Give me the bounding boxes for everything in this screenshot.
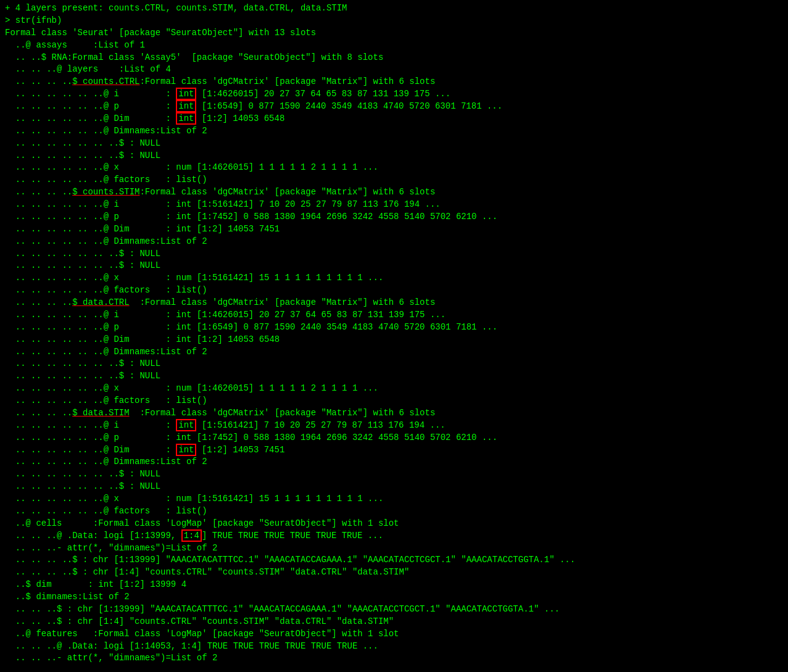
line-2: > str(ifnb) <box>5 15 783 27</box>
line-39: .. .. .. .. .. .. ..$ : NULL <box>5 468 783 481</box>
data-stim-label: $ data.STIM <box>72 408 129 418</box>
line-29: .. .. .. .. .. ..@ Dimnames:List of 2 <box>5 346 783 359</box>
line-8: .. .. .. .. .. ..@ i : int [1:4626015] 2… <box>5 88 783 101</box>
line-49: ..$ dimnames:List of 2 <box>5 591 783 604</box>
data-ctrl-label: $ data.CTRL <box>72 297 129 307</box>
line-6: .. .. ..@ layers :List of 4 <box>5 64 783 76</box>
line-9: .. .. .. .. .. ..@ p : int [1:6549] 0 87… <box>5 101 783 113</box>
line-12: .. .. .. .. .. .. ..$ : NULL <box>5 138 783 150</box>
line-30: .. .. .. .. .. .. ..$ : NULL <box>5 358 783 370</box>
line-36: .. .. .. .. .. ..@ p : int [1:7452] 0 58… <box>5 432 783 444</box>
box-1-4: 1:4 <box>181 529 202 542</box>
line-13: .. .. .. .. .. .. ..$ : NULL <box>5 150 783 162</box>
line-47: .. .. .. ..$ : chr [1:4] "counts.CTRL" "… <box>5 566 783 579</box>
line-46: .. .. .. ..$ : chr [1:13999] "AAACATACAT… <box>5 554 783 566</box>
line-3: Formal class 'Seurat' [package "SeuratOb… <box>5 27 783 39</box>
line-31: .. .. .. .. .. .. ..$ : NULL <box>5 370 783 383</box>
line-1: + 4 layers present: counts.CTRL, counts.… <box>5 2 783 15</box>
int-highlight-2: int <box>176 100 196 112</box>
int-highlight-5: int <box>176 444 196 456</box>
counts-stim-label: $ counts.STIM <box>72 187 139 197</box>
line-32: .. .. .. .. .. ..@ x : num [1:4626015] 1… <box>5 383 783 395</box>
line-20: .. .. .. .. .. ..@ Dimnames:List of 2 <box>5 236 783 248</box>
line-27: .. .. .. .. .. ..@ p : int [1:6549] 0 87… <box>5 321 783 334</box>
line-16: .. .. .. ..$ counts.STIM:Formal class 'd… <box>5 186 783 199</box>
line-54: .. .. ..- attr(*, "dimnames")=List of 2 <box>5 652 783 665</box>
line-51: .. .. ..$ : chr [1:4] "counts.CTRL" "cou… <box>5 616 783 628</box>
int-highlight-1: int <box>176 88 196 100</box>
line-53: .. .. ..@ .Data: logi [1:14053, 1:4] TRU… <box>5 641 783 653</box>
line-34: .. .. .. ..$ data.STIM :Formal class 'dg… <box>5 407 783 420</box>
int-highlight-4: int <box>176 419 196 431</box>
line-40: .. .. .. .. .. .. ..$ : NULL <box>5 481 783 493</box>
line-35: .. .. .. .. .. ..@ i : int [1:5161421] 7… <box>5 420 783 432</box>
line-23: .. .. .. .. .. ..@ x : num [1:5161421] 1… <box>5 272 783 284</box>
line-22: .. .. .. .. .. .. ..$ : NULL <box>5 260 783 272</box>
int-highlight-3: int <box>176 112 196 125</box>
line-21: .. .. .. .. .. .. ..$ : NULL <box>5 248 783 260</box>
line-11: .. .. .. .. .. ..@ Dimnames:List of 2 <box>5 125 783 138</box>
line-45: .. .. ..- attr(*, "dimnames")=List of 2 <box>5 542 783 555</box>
line-43: ..@ cells :Formal class 'LogMap' [packag… <box>5 518 783 530</box>
line-26: .. .. .. .. .. ..@ i : int [1:4626015] 2… <box>5 309 783 321</box>
line-44: .. .. ..@ .Data: logi [1:13999, 1:4] TRU… <box>5 530 783 542</box>
line-7: .. .. .. ..$ counts.CTRL:Formal class 'd… <box>5 76 783 88</box>
line-5: .. ..$ RNA:Formal class 'Assay5' [packag… <box>5 52 783 64</box>
line-24: .. .. .. .. .. ..@ factors : list() <box>5 284 783 297</box>
line-38: .. .. .. .. .. ..@ Dimnames:List of 2 <box>5 456 783 468</box>
line-19: .. .. .. .. .. ..@ Dim : int [1:2] 14053… <box>5 223 783 236</box>
line-15: .. .. .. .. .. ..@ factors : list() <box>5 174 783 186</box>
line-48: ..$ dim : int [1:2] 13999 4 <box>5 579 783 591</box>
line-33: .. .. .. .. .. ..@ factors : list() <box>5 395 783 407</box>
line-50: .. .. ..$ : chr [1:13999] "AAACATACATTTC… <box>5 604 783 616</box>
line-52: ..@ features :Formal class 'LogMap' [pac… <box>5 628 783 641</box>
line-4: ..@ assays :List of 1 <box>5 39 783 52</box>
counts-ctrl-label: $ counts.CTRL <box>72 77 139 86</box>
line-42: .. .. .. .. .. ..@ factors : list() <box>5 505 783 518</box>
line-14: .. .. .. .. .. ..@ x : num [1:4626015] 1… <box>5 162 783 174</box>
line-41: .. .. .. .. .. ..@ x : num [1:5161421] 1… <box>5 493 783 505</box>
line-28: .. .. .. .. .. ..@ Dim : int [1:2] 14053… <box>5 334 783 346</box>
line-17: .. .. .. .. .. ..@ i : int [1:5161421] 7… <box>5 199 783 211</box>
terminal: + 4 layers present: counts.CTRL, counts.… <box>5 2 783 665</box>
line-37: .. .. .. .. .. ..@ Dim : int [1:2] 14053… <box>5 444 783 457</box>
line-10: .. .. .. .. .. ..@ Dim : int [1:2] 14053… <box>5 113 783 125</box>
line-18: .. .. .. .. .. ..@ p : int [1:7452] 0 58… <box>5 211 783 223</box>
line-25: .. .. .. ..$ data.CTRL :Formal class 'dg… <box>5 297 783 309</box>
